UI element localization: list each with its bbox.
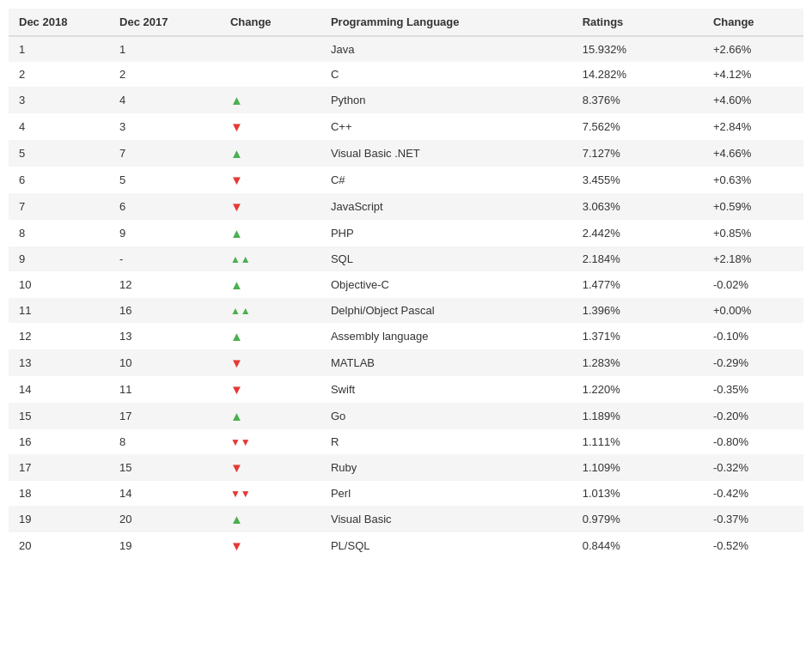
cell-ratings: 7.127% xyxy=(572,140,703,167)
cell-dec2018: 1 xyxy=(9,36,109,62)
arrow-down-icon: ▼▼ xyxy=(230,435,251,448)
cell-change-value: +0.63% xyxy=(703,167,803,193)
cell-language: C# xyxy=(321,167,572,193)
cell-change-arrow: ▼ xyxy=(220,532,321,559)
arrow-down-icon: ▼ xyxy=(230,462,243,475)
table-row: 1715▼Ruby1.109%-0.32% xyxy=(9,454,803,481)
cell-dec2017: 11 xyxy=(109,376,220,403)
table-row: 1012▲Objective-C1.477%-0.02% xyxy=(9,271,803,298)
arrow-down-icon: ▼ xyxy=(230,174,243,187)
cell-language: Objective-C xyxy=(321,271,572,298)
cell-dec2017: 19 xyxy=(109,532,220,559)
cell-dec2017: 13 xyxy=(109,323,220,349)
cell-change-value: -0.35% xyxy=(703,376,803,403)
cell-dec2017: 4 xyxy=(109,87,220,113)
cell-dec2018: 10 xyxy=(9,271,109,298)
cell-change-value: +4.12% xyxy=(703,62,803,87)
cell-dec2018: 7 xyxy=(9,193,109,220)
cell-change-arrow: ▲ xyxy=(220,87,321,113)
cell-language: C xyxy=(321,62,572,87)
cell-dec2017: 16 xyxy=(109,298,220,323)
cell-language: PHP xyxy=(321,220,572,246)
cell-change-value: +2.84% xyxy=(703,113,803,140)
arrow-down-icon: ▼ xyxy=(230,357,243,370)
cell-language: Ruby xyxy=(321,454,572,481)
cell-dec2018: 3 xyxy=(9,87,109,113)
table-row: 34▲Python8.376%+4.60% xyxy=(9,87,803,113)
cell-language: Visual Basic xyxy=(321,506,572,532)
arrow-up-icon: ▲▲ xyxy=(230,252,251,265)
cell-dec2018: 14 xyxy=(9,376,109,403)
cell-change-value: +0.85% xyxy=(703,220,803,246)
table-row: 11Java15.932%+2.66% xyxy=(9,36,803,62)
header-change: Change xyxy=(220,9,321,36)
cell-change-arrow xyxy=(220,62,321,87)
cell-dec2018: 6 xyxy=(9,167,109,193)
cell-change-arrow: ▲ xyxy=(220,403,321,429)
arrow-up-icon: ▲ xyxy=(230,279,243,292)
cell-dec2018: 19 xyxy=(9,506,109,532)
programming-language-table: Dec 2018 Dec 2017 Change Programming Lan… xyxy=(9,9,803,559)
cell-change-arrow: ▲ xyxy=(220,140,321,167)
cell-ratings: 2.442% xyxy=(572,220,703,246)
cell-dec2017: 5 xyxy=(109,167,220,193)
arrow-down-icon: ▼▼ xyxy=(230,487,251,500)
arrow-down-icon: ▼ xyxy=(230,540,243,553)
cell-language: SQL xyxy=(321,246,572,271)
cell-language: Swift xyxy=(321,376,572,403)
cell-language: Visual Basic .NET xyxy=(321,140,572,167)
cell-dec2017: 15 xyxy=(109,454,220,481)
cell-ratings: 1.396% xyxy=(572,298,703,323)
cell-change-arrow: ▼ xyxy=(220,193,321,220)
header-dec2018: Dec 2018 xyxy=(9,9,109,36)
cell-change-arrow: ▲ xyxy=(220,220,321,246)
cell-dec2017: 10 xyxy=(109,349,220,376)
cell-dec2017: 3 xyxy=(109,113,220,140)
cell-change-value: -0.80% xyxy=(703,429,803,454)
cell-ratings: 1.371% xyxy=(572,323,703,349)
cell-change-arrow: ▼ xyxy=(220,167,321,193)
arrow-up-icon: ▲ xyxy=(230,410,243,423)
cell-change-arrow: ▲▲ xyxy=(220,246,321,271)
cell-change-arrow: ▲ xyxy=(220,271,321,298)
table-row: 65▼C#3.455%+0.63% xyxy=(9,167,803,193)
cell-dec2018: 2 xyxy=(9,62,109,87)
cell-dec2018: 17 xyxy=(9,454,109,481)
arrow-up-icon: ▲ xyxy=(230,331,243,343)
cell-change-arrow: ▲ xyxy=(220,323,321,349)
cell-change-arrow: ▼▼ xyxy=(220,429,321,454)
cell-dec2018: 9 xyxy=(9,246,109,271)
cell-ratings: 8.376% xyxy=(572,87,703,113)
header-dec2017: Dec 2017 xyxy=(109,9,220,36)
table-row: 76▼JavaScript3.063%+0.59% xyxy=(9,193,803,220)
cell-ratings: 0.844% xyxy=(572,532,703,559)
cell-dec2018: 11 xyxy=(9,298,109,323)
cell-change-value: +4.66% xyxy=(703,140,803,167)
cell-language: Java xyxy=(321,36,572,62)
cell-dec2018: 5 xyxy=(9,140,109,167)
cell-language: R xyxy=(321,429,572,454)
cell-language: Perl xyxy=(321,481,572,506)
cell-language: Delphi/Object Pascal xyxy=(321,298,572,323)
table-row: 1116▲▲Delphi/Object Pascal1.396%+0.00% xyxy=(9,298,803,323)
cell-change-value: -0.52% xyxy=(703,532,803,559)
cell-language: Python xyxy=(321,87,572,113)
table-row: 43▼C++7.562%+2.84% xyxy=(9,113,803,140)
table-row: 1310▼MATLAB1.283%-0.29% xyxy=(9,349,803,376)
cell-change-arrow: ▲▲ xyxy=(220,298,321,323)
cell-ratings: 0.979% xyxy=(572,506,703,532)
cell-ratings: 1.220% xyxy=(572,376,703,403)
cell-dec2018: 15 xyxy=(9,403,109,429)
cell-dec2017: 12 xyxy=(109,271,220,298)
cell-change-value: +2.66% xyxy=(703,36,803,62)
cell-language: MATLAB xyxy=(321,349,572,376)
cell-ratings: 3.063% xyxy=(572,193,703,220)
cell-change-arrow: ▼ xyxy=(220,349,321,376)
cell-ratings: 1.283% xyxy=(572,349,703,376)
cell-change-arrow xyxy=(220,36,321,62)
arrow-up-icon: ▲ xyxy=(230,513,243,526)
cell-change-value: +0.59% xyxy=(703,193,803,220)
table-row: 9-▲▲SQL2.184%+2.18% xyxy=(9,246,803,271)
cell-dec2018: 20 xyxy=(9,532,109,559)
arrow-up-icon: ▲▲ xyxy=(230,304,251,317)
